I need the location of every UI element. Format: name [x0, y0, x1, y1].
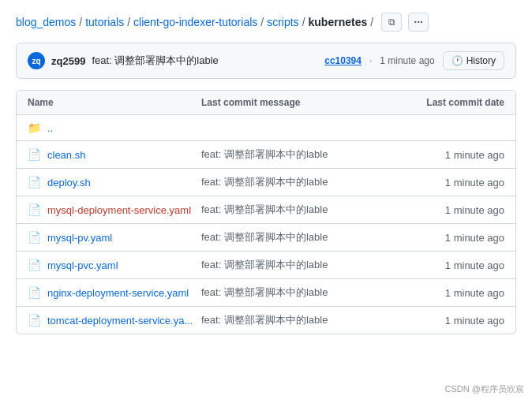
- more-icon: ···: [414, 16, 423, 28]
- col-commit-date: Last commit date: [362, 97, 504, 108]
- file-commit-msg: feat: 调整部署脚本中的lable: [201, 203, 362, 217]
- file-commit-date: 1 minute ago: [362, 149, 504, 161]
- file-table: Name Last commit message Last commit dat…: [16, 90, 516, 334]
- breadcrumb-current: kubernetes: [309, 16, 368, 28]
- file-link[interactable]: nginx-deployment-service.yaml: [47, 287, 189, 299]
- breadcrumb-sep-1: /: [79, 16, 82, 28]
- table-row: 📄 clean.sh feat: 调整部署脚本中的lable 1 minute …: [17, 141, 515, 169]
- breadcrumb-sep-3: /: [260, 16, 264, 28]
- table-row: 📄 tomcat-deployment-service.ya... feat: …: [17, 307, 515, 334]
- file-name-cell: 📄 nginx-deployment-service.yaml: [28, 286, 201, 299]
- more-options-button[interactable]: ···: [408, 13, 429, 32]
- table-row: 📄 mysql-deployment-service.yaml feat: 调整…: [17, 196, 515, 224]
- breadcrumb-sep-5: /: [370, 16, 373, 28]
- file-commit-msg: feat: 调整部署脚本中的lable: [201, 258, 362, 272]
- file-link[interactable]: deploy.sh: [47, 177, 91, 188]
- file-commit-msg: feat: 调整部署脚本中的lable: [201, 147, 362, 162]
- file-link[interactable]: mysql-pv.yaml: [47, 232, 112, 244]
- breadcrumb-sep-2: /: [127, 16, 130, 28]
- file-icon: 📄: [28, 314, 41, 327]
- file-name-cell: 📄 deploy.sh: [28, 176, 201, 188]
- file-icon: 📄: [28, 286, 41, 299]
- file-icon: 📄: [28, 176, 41, 188]
- file-link[interactable]: mysql-pvc.yaml: [47, 259, 118, 271]
- commit-hash[interactable]: cc10394: [324, 55, 362, 66]
- file-name-cell: 📄 clean.sh: [28, 148, 201, 161]
- file-commit-msg: feat: 调整部署脚本中的lable: [201, 175, 362, 189]
- table-header: Name Last commit message Last commit dat…: [17, 91, 515, 115]
- breadcrumb-item-tutorials[interactable]: tutorials: [85, 16, 124, 28]
- file-commit-msg: feat: 调整部署脚本中的lable: [201, 313, 362, 327]
- file-commit-date: 1 minute ago: [362, 287, 504, 299]
- file-name-cell: 📁 ..: [28, 121, 201, 134]
- table-row: 📄 mysql-pv.yaml feat: 调整部署脚本中的lable 1 mi…: [17, 224, 515, 252]
- file-name-cell: 📄 mysql-deployment-service.yaml: [28, 203, 201, 216]
- commit-bar-right: cc10394 · 1 minute ago 🕐 History: [324, 51, 504, 70]
- commit-username[interactable]: zq2599: [51, 55, 85, 67]
- commit-time: ·: [369, 55, 372, 66]
- file-icon: 📄: [28, 259, 41, 271]
- copy-path-button[interactable]: ⧉: [381, 13, 402, 32]
- folder-icon: 📁: [28, 121, 41, 134]
- file-commit-date: 1 minute ago: [362, 315, 504, 327]
- commit-time-ago: 1 minute ago: [380, 55, 434, 66]
- file-name-cell: 📄 mysql-pv.yaml: [28, 231, 201, 244]
- commit-bar-left: zq zq2599 feat: 调整部署脚本中的lable: [28, 52, 219, 69]
- breadcrumb-sep-4: /: [302, 16, 305, 28]
- file-icon: 📄: [28, 148, 41, 161]
- file-link[interactable]: mysql-deployment-service.yaml: [47, 204, 191, 216]
- file-commit-msg: feat: 调整部署脚本中的lable: [201, 285, 362, 300]
- file-name-cell: 📄 mysql-pvc.yaml: [28, 259, 201, 271]
- main-container: blog_demos / tutorials / client-go-index…: [0, 0, 532, 403]
- commit-message: feat: 调整部署脚本中的lable: [92, 54, 218, 68]
- file-icon: 📄: [28, 231, 41, 244]
- breadcrumb: blog_demos / tutorials / client-go-index…: [16, 13, 516, 32]
- file-link[interactable]: ..: [47, 122, 53, 134]
- breadcrumb-item-scripts[interactable]: scripts: [267, 16, 298, 28]
- commit-bar: zq zq2599 feat: 调整部署脚本中的lable cc10394 · …: [16, 43, 516, 79]
- file-commit-date: 1 minute ago: [362, 259, 504, 271]
- table-row: 📄 deploy.sh feat: 调整部署脚本中的lable 1 minute…: [17, 169, 515, 196]
- file-commit-date: 1 minute ago: [362, 177, 504, 188]
- breadcrumb-item-client-go[interactable]: client-go-indexer-tutorials: [133, 16, 257, 28]
- breadcrumb-icons: ⧉ ···: [381, 13, 429, 32]
- col-commit-message: Last commit message: [201, 97, 362, 108]
- file-commit-date: 1 minute ago: [362, 204, 504, 216]
- table-row: 📄 nginx-deployment-service.yaml feat: 调整…: [17, 279, 515, 307]
- history-button[interactable]: 🕐 History: [443, 51, 504, 70]
- file-link[interactable]: clean.sh: [47, 149, 85, 161]
- history-icon: 🕐: [451, 55, 463, 66]
- copy-icon: ⧉: [388, 17, 395, 28]
- file-link[interactable]: tomcat-deployment-service.ya...: [47, 315, 193, 327]
- file-name-cell: 📄 tomcat-deployment-service.ya...: [28, 314, 201, 327]
- history-label: History: [466, 55, 496, 66]
- breadcrumb-item-blog-demos[interactable]: blog_demos: [16, 16, 76, 28]
- col-name: Name: [28, 97, 201, 108]
- table-row: 📁 ..: [17, 115, 515, 141]
- avatar: zq: [28, 52, 45, 69]
- file-commit-msg: feat: 调整部署脚本中的lable: [201, 230, 362, 244]
- file-icon: 📄: [28, 203, 41, 216]
- file-commit-date: 1 minute ago: [362, 232, 504, 244]
- watermark: CSDN @程序员欣宸: [445, 383, 524, 395]
- table-row: 📄 mysql-pvc.yaml feat: 调整部署脚本中的lable 1 m…: [17, 252, 515, 279]
